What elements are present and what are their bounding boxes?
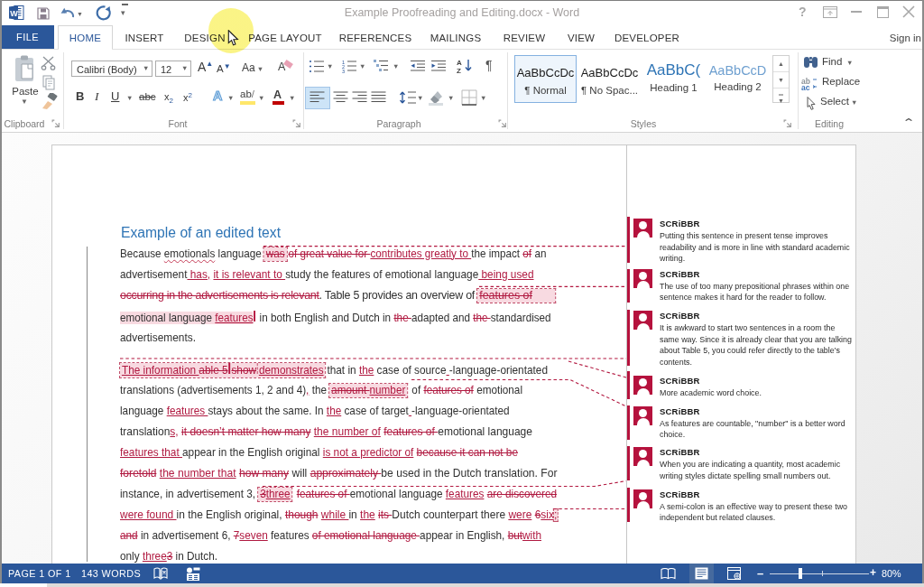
svg-text:W: W <box>10 9 18 18</box>
svg-text:ac: ac <box>801 83 810 90</box>
svg-text:Z: Z <box>457 67 461 74</box>
svg-text:3: 3 <box>342 69 345 74</box>
svg-text:A: A <box>457 59 462 67</box>
